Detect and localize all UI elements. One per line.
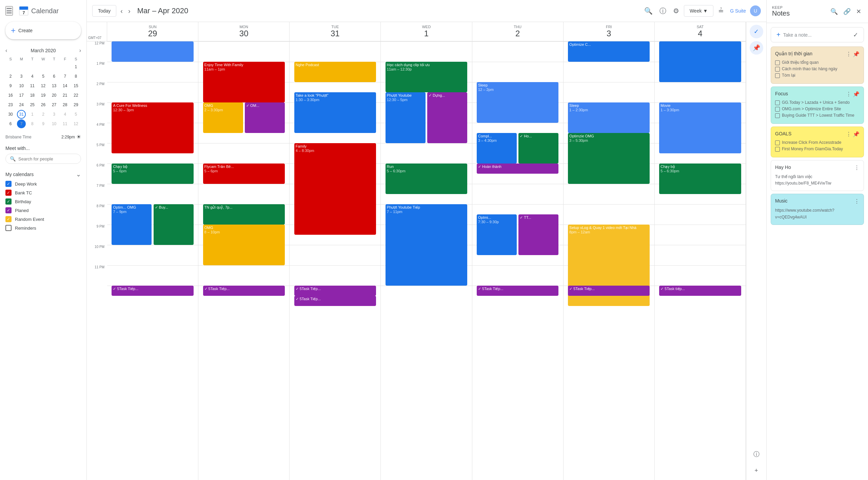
keep-search-button[interactable]: 🔍 xyxy=(829,6,839,17)
mini-cal-day[interactable]: 6 xyxy=(6,119,15,128)
mini-cal-day[interactable]: 14 xyxy=(61,81,70,90)
mini-cal-day[interactable]: 7 xyxy=(17,119,26,128)
keep-checklist-item[interactable]: Cách mình thao tác hàng ngày xyxy=(775,66,860,72)
calendar-event[interactable]: OMG2 – 3:30pm xyxy=(203,102,243,133)
mini-cal-day[interactable]: 10 xyxy=(17,81,26,90)
keep-item-checkbox[interactable] xyxy=(775,147,780,152)
calendar-checkbox[interactable] xyxy=(5,225,12,231)
keep-checklist-item[interactable]: Buying Guide TTT > Lowest Traffic Time xyxy=(775,113,860,118)
day-header[interactable]: TUE31 xyxy=(290,22,381,41)
mini-cal-day[interactable]: 10 xyxy=(50,119,59,128)
keep-checklist-item[interactable]: First Money From GiamGia.Today xyxy=(775,147,860,152)
keep-checklist-item[interactable]: OMG.com > Optimize Entire Site xyxy=(775,107,860,112)
calendar-event[interactable]: ✓ 5Task Tiếp... xyxy=(203,286,285,296)
week-view-button[interactable]: Week ▼ xyxy=(684,5,713,17)
mini-cal-day[interactable]: 8 xyxy=(28,119,37,128)
search-button[interactable]: 🔍 xyxy=(642,5,655,17)
calendar-event[interactable]: Enjoy Time With Family11am – 1pm xyxy=(203,62,285,102)
calendar-event[interactable]: Học cách dụng clip tối ưu11am – 12:30p xyxy=(386,62,467,92)
keep-note-menu-icon[interactable]: ⋮ xyxy=(854,198,860,205)
calendar-event[interactable]: Sleep1 – 2:30pm xyxy=(568,102,650,133)
time-grid-container[interactable]: 12 PM1 PM2 PM3 PM4 PM5 PM6 PM7 PM8 PM9 P… xyxy=(87,41,746,480)
mini-cal-day[interactable]: 15 xyxy=(72,81,80,90)
calendar-event[interactable]: ✓ 5Task Tiếp... xyxy=(568,286,650,296)
mini-cal-day[interactable]: 9 xyxy=(39,119,47,128)
day-header[interactable]: FRI3 xyxy=(564,22,655,41)
my-calendars-header[interactable]: My calendars ⌄ xyxy=(0,169,86,179)
calendar-event[interactable] xyxy=(659,41,741,82)
calendar-event[interactable]: Optimzie OMG3 – 5:30pm xyxy=(568,133,650,184)
keep-note-menu-icon[interactable]: ⋮ xyxy=(854,165,860,171)
keep-close-button[interactable]: ✕ xyxy=(855,6,863,17)
mini-cal-day[interactable]: 22 xyxy=(72,91,80,100)
mini-cal-day[interactable]: 9 xyxy=(6,81,15,90)
mini-cal-day[interactable]: 7 xyxy=(61,72,70,81)
mini-cal-day[interactable]: 3 xyxy=(17,72,26,81)
keep-note[interactable]: Music⋮https://www.youtube.com/watch?v=cQ… xyxy=(771,194,864,225)
calendar-event[interactable]: Chạy bộ5 – 6pm xyxy=(112,164,193,184)
keep-note-menu-icon[interactable]: ⋮ xyxy=(846,91,851,97)
user-avatar[interactable]: U xyxy=(750,5,761,16)
mini-cal-day[interactable]: 2 xyxy=(6,72,15,81)
prev-week-button[interactable]: ‹ xyxy=(119,6,124,16)
keep-pin-icon[interactable]: 📌 xyxy=(853,51,860,57)
calendar-checkbox[interactable]: ✓ xyxy=(5,216,12,222)
calendar-event[interactable]: Optimize C... xyxy=(568,41,650,62)
keep-item-checkbox[interactable] xyxy=(775,100,780,105)
mini-cal-day[interactable]: 12 xyxy=(72,119,80,128)
mini-cal-day[interactable]: 6 xyxy=(50,72,59,81)
mini-cal-day[interactable]: 23 xyxy=(6,100,15,109)
keep-checklist-item[interactable]: GG.Today > Lazada + Unica + Sendo xyxy=(775,100,860,105)
calendar-event[interactable]: ✓ Buy... xyxy=(154,204,194,245)
calendar-event[interactable]: Optmi...7:30 – 9:30p xyxy=(477,214,517,255)
mini-cal-day[interactable]: 8 xyxy=(72,72,80,81)
keep-note-menu-icon[interactable]: ⋮ xyxy=(846,131,851,137)
keep-item-checkbox[interactable] xyxy=(775,140,780,145)
keep-item-checkbox[interactable] xyxy=(775,107,780,112)
keep-note-menu-icon[interactable]: ⋮ xyxy=(846,51,851,57)
mini-cal-next-button[interactable]: › xyxy=(79,47,81,54)
calendar-checkbox[interactable]: ✓ xyxy=(5,207,12,213)
mini-cal-prev-button[interactable]: ‹ xyxy=(5,47,7,54)
keep-pin-icon[interactable]: 📌 xyxy=(853,131,860,137)
calendar-event[interactable]: ✓ 5Task Tiếp... xyxy=(294,296,376,306)
keep-item-checkbox[interactable] xyxy=(775,113,780,118)
calendar-event[interactable]: ✓ 5Task Tiếp... xyxy=(112,286,193,296)
mini-cal-day[interactable]: 18 xyxy=(28,91,37,100)
keep-checklist-item[interactable]: Giới thiệu tổng quan xyxy=(775,60,860,65)
keep-item-checkbox[interactable] xyxy=(775,73,780,78)
calendar-item[interactable]: ✓Deep Work xyxy=(0,179,86,188)
mini-cal-day[interactable]: 30 xyxy=(6,110,15,119)
calendar-item[interactable]: ✓Birthday xyxy=(0,197,86,206)
keep-checklist-item[interactable]: Increase Click From Accesstrade xyxy=(775,140,860,145)
mini-cal-day[interactable]: 20 xyxy=(50,91,59,100)
create-button[interactable]: + Create xyxy=(5,22,81,39)
calendar-event[interactable] xyxy=(112,41,193,62)
keep-new-note-area[interactable]: + Take a note... ✓ xyxy=(771,27,864,42)
mini-cal-day[interactable]: 31 xyxy=(17,110,26,119)
calendar-event[interactable]: ✓ 5Task Tiếp... xyxy=(294,286,376,296)
day-header[interactable]: WED1 xyxy=(381,22,472,41)
mini-cal-day[interactable]: 26 xyxy=(39,100,47,109)
mini-cal-day[interactable]: 27 xyxy=(50,100,59,109)
calendar-event[interactable]: OMG8 – 10pm xyxy=(203,225,285,265)
calendar-event[interactable]: Run5 – 6:30pm xyxy=(386,164,467,194)
mini-cal-day[interactable]: 25 xyxy=(28,100,37,109)
keep-pin-icon[interactable]: 📌 xyxy=(853,91,860,97)
mini-cal-day[interactable]: 11 xyxy=(28,81,37,90)
calendar-event[interactable]: ✓ Dựng... xyxy=(427,92,467,143)
mini-cal-day[interactable]: 3 xyxy=(50,110,59,119)
mini-cal-day[interactable]: 11 xyxy=(61,119,70,128)
keep-checklist-item[interactable]: Tóm lại xyxy=(775,73,860,78)
calendar-event[interactable]: ✓ 5Task Tiếp... xyxy=(477,286,558,296)
calendar-event[interactable]: Optim... OMG7 – 9pm xyxy=(112,204,152,245)
next-week-button[interactable]: › xyxy=(127,6,132,16)
info-icon[interactable]: ⓘ xyxy=(750,447,763,461)
calendar-event[interactable]: Family4 – 8:30pm xyxy=(294,143,376,235)
keep-note[interactable]: Focus⋮📌GG.Today > Lazada + Unica + Sendo… xyxy=(771,87,864,124)
mini-cal-day[interactable]: 5 xyxy=(72,110,80,119)
mini-cal-day[interactable]: 19 xyxy=(39,91,47,100)
mini-cal-day[interactable]: 4 xyxy=(61,110,70,119)
calendar-event[interactable]: Compl...3 – 4:30pm xyxy=(477,133,517,164)
mini-cal-day[interactable]: 24 xyxy=(17,100,26,109)
